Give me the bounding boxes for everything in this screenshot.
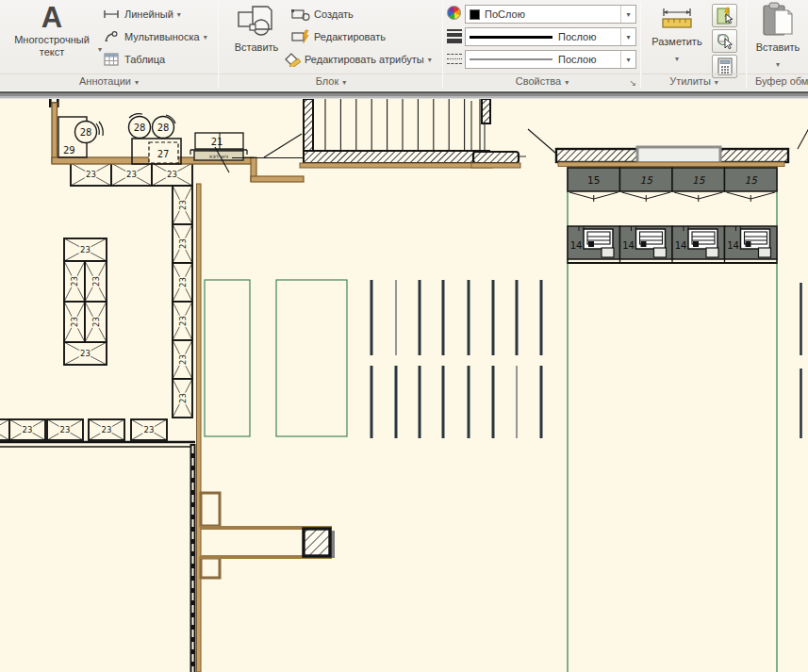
rack-box-23: 23 bbox=[173, 379, 192, 418]
panel-properties: ПоСлою Послою Послою Свойства bbox=[444, 0, 640, 90]
multileader-icon bbox=[102, 28, 121, 45]
linetype-combobox[interactable]: Послою bbox=[465, 50, 636, 69]
paste-clipboard-icon bbox=[761, 2, 795, 38]
svg-text:28: 28 bbox=[134, 123, 146, 133]
rack-box-23: 23 bbox=[9, 419, 45, 440]
rack-box-label: 23 bbox=[23, 425, 33, 434]
svg-text:28: 28 bbox=[157, 123, 170, 133]
linetype-sample bbox=[470, 58, 552, 60]
rack-box-label: 23 bbox=[70, 276, 79, 287]
panel-annotation-body: A Многострочный текст Линейный Мультивын… bbox=[0, 0, 218, 74]
wall-segment-hatched bbox=[473, 152, 519, 163]
create-block-button[interactable]: Создать bbox=[291, 4, 354, 25]
paste-dropdown[interactable] bbox=[753, 54, 802, 71]
linear-dimension-icon bbox=[102, 6, 121, 23]
ribbon: A Многострочный текст Линейный Мультивын… bbox=[0, 0, 808, 90]
paste-button[interactable]: Вставить bbox=[753, 2, 802, 71]
side-table bbox=[759, 248, 771, 257]
mtext-button[interactable]: A Многострочный текст bbox=[6, 2, 98, 58]
panel-separator bbox=[442, 2, 443, 89]
measure-ruler-icon bbox=[660, 6, 694, 32]
edit-block-button[interactable]: Редактировать bbox=[291, 26, 386, 47]
edit-attributes-button[interactable]: Редактировать атрибуты bbox=[282, 49, 432, 70]
rack-box-label: 23 bbox=[91, 276, 101, 287]
rack-box-23: 23 bbox=[89, 419, 124, 440]
autocad-window: A Многострочный текст Линейный Мультивын… bbox=[0, 0, 808, 672]
storage-cell-15-label: 15 bbox=[587, 174, 600, 186]
wall-stub-hatched bbox=[482, 99, 490, 123]
multileader-button[interactable]: Мультивыноска bbox=[102, 26, 207, 47]
object-color-icon[interactable] bbox=[447, 6, 463, 20]
alarm-device-28: 28 bbox=[153, 115, 176, 139]
rack-box-label: 23 bbox=[102, 425, 112, 434]
rack-box-label: 23 bbox=[86, 170, 96, 179]
panel-properties-body: ПоСлою Послою Послою bbox=[444, 0, 640, 74]
workstation-cell-14-label: 14 bbox=[570, 240, 583, 251]
quick-select-button[interactable] bbox=[712, 4, 737, 27]
drawing-canvas[interactable]: 2323232323232323232323232323232323232323… bbox=[0, 99, 808, 672]
rack-box-label: 23 bbox=[60, 425, 71, 434]
mtext-label-2: текст bbox=[40, 46, 65, 57]
rack-box-label: 23 bbox=[80, 245, 91, 254]
select-similar-button[interactable] bbox=[712, 29, 737, 53]
storage-cell-15-label: 15 bbox=[692, 174, 706, 186]
color-dropdown-arrow[interactable] bbox=[620, 6, 635, 23]
rack-box-23: 23 bbox=[85, 302, 107, 342]
mtext-label-1: Многострочный bbox=[6, 34, 98, 46]
lineweight-value: Послою bbox=[558, 31, 596, 42]
rack-box-23: 23 bbox=[152, 163, 192, 186]
panel-block-title[interactable]: Блок bbox=[220, 74, 442, 89]
rack-box-23: 23 bbox=[85, 261, 107, 302]
rack-box-label: 23 bbox=[178, 200, 188, 210]
svg-text:28: 28 bbox=[80, 127, 92, 138]
edit-attributes-icon bbox=[282, 51, 301, 68]
rack-box-23: 23 bbox=[64, 238, 107, 261]
rack-box-23: 23 bbox=[64, 342, 107, 365]
rack-box-label: 23 bbox=[144, 425, 155, 434]
table-button[interactable]: Таблица bbox=[102, 49, 165, 70]
rack-box-23: 23 bbox=[47, 419, 83, 440]
rack-box-23: 23 bbox=[64, 261, 85, 302]
insert-block-button[interactable]: Вставить bbox=[229, 4, 284, 54]
lineweight-dropdown-arrow[interactable] bbox=[620, 28, 635, 45]
rack-box-23: 23 bbox=[131, 419, 167, 440]
side-table bbox=[706, 248, 718, 257]
workstation-cell-14-label: 14 bbox=[622, 240, 635, 251]
brown-wall bbox=[558, 162, 784, 167]
rack-box-label: 23 bbox=[178, 238, 188, 249]
dim-linear-label: Линейный bbox=[124, 8, 173, 20]
rack-box-23: 23 bbox=[173, 186, 192, 224]
lineweight-icon[interactable] bbox=[447, 27, 463, 45]
measure-button[interactable]: Разметить bbox=[648, 6, 706, 65]
rack-box-23: 23 bbox=[173, 302, 192, 340]
rack-box-label: 23 bbox=[126, 170, 137, 179]
linetype-icon[interactable] bbox=[447, 50, 463, 68]
quick-select-icon bbox=[716, 7, 734, 25]
column-hatched bbox=[304, 529, 330, 556]
panel-clipboard: Вставить Буфер обме bbox=[748, 0, 808, 90]
floor-plan[interactable]: 2323232323232323232323232323232323232323… bbox=[0, 99, 808, 672]
desk-chair bbox=[693, 241, 699, 247]
workstation-cell-14-label: 14 bbox=[727, 240, 739, 251]
create-block-icon bbox=[291, 6, 310, 23]
panel-utilities-title[interactable]: Утилиты bbox=[642, 74, 746, 89]
room-27-label: 27 bbox=[157, 149, 170, 159]
svg-text:21: 21 bbox=[211, 137, 223, 147]
paste-label: Вставить bbox=[753, 41, 802, 54]
measure-dropdown[interactable] bbox=[648, 48, 706, 65]
brown-wall bbox=[251, 176, 304, 182]
dim-linear-button[interactable]: Линейный bbox=[102, 4, 181, 25]
panel-block: Вставить Создать Редактировать bbox=[220, 0, 442, 90]
lineweight-combobox[interactable]: Послою bbox=[465, 27, 636, 46]
rack-box-label: 23 bbox=[80, 349, 91, 358]
measure-label: Разметить bbox=[648, 36, 706, 48]
properties-dialog-launcher[interactable] bbox=[629, 78, 636, 88]
brown-wall bbox=[300, 163, 492, 168]
panel-annotation-title[interactable]: Аннотации bbox=[0, 74, 218, 89]
panel-clipboard-title[interactable]: Буфер обме bbox=[748, 74, 808, 89]
linetype-dropdown-arrow[interactable] bbox=[620, 51, 635, 68]
brown-wall bbox=[471, 163, 520, 168]
color-combobox[interactable]: ПоСлою bbox=[465, 5, 636, 24]
panel-utilities: Разметить bbox=[642, 0, 746, 90]
panel-properties-title[interactable]: Свойства bbox=[444, 74, 640, 89]
